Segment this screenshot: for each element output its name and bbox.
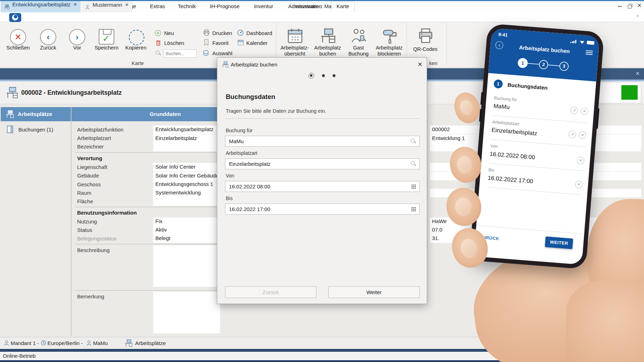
workplace-overview-button[interactable]: Arbeitsplatz- übersicht xyxy=(281,45,309,57)
selection-icon[interactable] xyxy=(203,50,209,56)
signal-icon xyxy=(570,40,577,43)
print-icon[interactable] xyxy=(203,29,210,36)
forward-button[interactable]: › xyxy=(69,29,85,45)
menu-technik[interactable]: Technik xyxy=(178,3,196,9)
tab-close-icon[interactable]: ✕ xyxy=(73,2,77,7)
sidebar-item-buchungen[interactable]: Buchungen (1) xyxy=(18,127,53,133)
book-workplace-icon[interactable] xyxy=(320,28,336,44)
section-divider xyxy=(75,152,217,153)
favorite-icon[interactable]: ★ xyxy=(203,39,209,46)
calendar-button[interactable]: Kalender xyxy=(246,40,268,46)
print-button[interactable]: Drucken xyxy=(212,30,232,36)
field-value[interactable]: Einzelarbeitsplatz xyxy=(153,134,220,143)
hamburger-menu-icon[interactable] xyxy=(586,50,593,56)
clear-icon[interactable]: ✕ xyxy=(575,181,583,189)
field-value[interactable]: Entwicklungsarbeitsplatz xyxy=(153,125,220,134)
field-value[interactable]: Solar Info Center Gebäude xyxy=(153,172,220,180)
phone-field-buchung-fuer[interactable]: Buchung für MaMu ↗ ✕ xyxy=(493,95,589,117)
von-input[interactable]: 16.02.2022 08:00 xyxy=(225,181,420,192)
search-icon[interactable] xyxy=(411,161,416,166)
dialog-stepper xyxy=(217,73,427,78)
bis-input[interactable]: 16.02.2022 17:00 xyxy=(225,204,420,215)
field-value[interactable]: Fix xyxy=(153,217,220,226)
arbeitsplatzart-input[interactable]: Einzelarbeitsplatz xyxy=(225,158,420,169)
workplace-overview-icon[interactable] xyxy=(287,28,303,44)
delete-button[interactable]: Löschen xyxy=(164,40,184,46)
search-input[interactable] xyxy=(163,49,197,58)
tab-mustermann[interactable]: Mustermann ✕ xyxy=(81,1,132,12)
menu-administration[interactable]: Administration xyxy=(288,3,322,9)
phone-field-von[interactable]: Von 16.02.2022 08:00 ✕ xyxy=(489,144,585,165)
phone-field-bis[interactable]: Bis 16.02.2022 17:00 ✕ xyxy=(488,168,583,189)
collapse-ribbon-icon[interactable]: ⌃ xyxy=(634,14,641,20)
beschreibung-textarea[interactable] xyxy=(153,245,220,287)
step-dot-active xyxy=(309,73,314,78)
qr-codes-button[interactable]: QR-Codes xyxy=(413,46,438,52)
field-label: Fläche xyxy=(77,198,93,204)
menu-ih-prognose[interactable]: IH-Prognose xyxy=(210,3,240,9)
clear-icon[interactable]: ✕ xyxy=(579,131,587,139)
ribbon-separator xyxy=(447,24,447,65)
bemerkung-textarea[interactable] xyxy=(153,292,220,333)
block-workplace-icon[interactable] xyxy=(381,28,398,44)
guest-booking-icon[interactable] xyxy=(351,28,367,44)
open-icon[interactable]: ↗ xyxy=(570,106,578,115)
dialog-title: Arbeitsplatz buchen xyxy=(231,62,277,68)
field-value[interactable]: Aktiv xyxy=(153,226,220,234)
field-value[interactable] xyxy=(153,197,220,206)
field-label: Bezeichner xyxy=(77,144,104,150)
tab-entwicklungsarbeitsplatz[interactable]: Entwicklungsarbeitsplatz ✕ xyxy=(1,1,81,12)
close-record-button[interactable]: ✕ xyxy=(10,29,26,45)
sidebar-header[interactable]: Arbeitsplätze xyxy=(1,107,71,121)
close-window-button[interactable]: ✕ xyxy=(636,3,643,8)
dashboard-icon[interactable] xyxy=(237,29,244,36)
field-value[interactable] xyxy=(153,143,220,151)
open-icon[interactable]: ↗ xyxy=(568,130,576,139)
datepicker-icon[interactable] xyxy=(411,207,416,211)
selection-button[interactable]: Auswahl xyxy=(212,50,232,56)
field-value[interactable]: Entwicklungsgeschoss 1 xyxy=(153,180,220,189)
delete-icon[interactable] xyxy=(155,40,161,46)
search-icon[interactable] xyxy=(411,139,416,144)
step-dot xyxy=(333,74,335,77)
section-divider xyxy=(75,290,217,291)
von-value: 16.02.2022 08:00 xyxy=(229,183,270,189)
dialog-next-button[interactable]: Weiter xyxy=(328,286,420,298)
application-window: waveware :: Mandant 1 ✕ FM Ressourcen CA… xyxy=(0,0,644,362)
field-value[interactable]: Solar Info Center xyxy=(153,163,220,171)
new-button[interactable]: Neu xyxy=(164,30,174,36)
buchung-fuer-input[interactable]: MaMu xyxy=(225,136,420,147)
app-logo-icon[interactable] xyxy=(9,13,21,22)
favorite-button[interactable]: Favorit xyxy=(212,40,229,46)
block-workplace-button[interactable]: Arbeitsplatz blockieren xyxy=(376,45,403,57)
guest-booking-button[interactable]: Gast Buchung xyxy=(348,45,368,57)
menu-extras[interactable]: Extras xyxy=(150,3,165,9)
copy-button[interactable] xyxy=(129,30,144,45)
phone-field-arbeitsplatzart[interactable]: Arbeitsplatzart Einzelarbeitsplatz ↗ ✕ xyxy=(491,119,587,141)
dashboard-button[interactable]: Dashboard xyxy=(246,30,272,36)
desk-icon xyxy=(125,339,133,347)
field-value[interactable]: Systementwicklung xyxy=(153,189,220,197)
clear-icon[interactable]: ✕ xyxy=(576,157,585,165)
qr-codes-icon[interactable] xyxy=(418,28,434,44)
minimize-button[interactable] xyxy=(616,3,623,9)
new-icon[interactable]: + xyxy=(155,30,161,36)
phone-next-button[interactable]: WEITER xyxy=(545,237,573,249)
tab-close-icon[interactable]: ✕ xyxy=(125,2,129,7)
dialog-close-icon[interactable]: ✕ xyxy=(418,61,422,68)
restore-button[interactable] xyxy=(626,3,633,9)
tabstrip-close-icon[interactable]: ✕ xyxy=(636,71,640,76)
calendar-icon[interactable] xyxy=(237,39,244,46)
menu-karte[interactable]: Karte xyxy=(331,1,355,12)
ribbon-group-label: Karte xyxy=(132,60,144,66)
status-timezone: Europe/Berlin - xyxy=(47,340,83,346)
dialog-back-button[interactable]: Zurück xyxy=(225,286,316,298)
back-button[interactable]: ‹ xyxy=(40,29,56,45)
clear-icon[interactable]: ✕ xyxy=(580,107,588,115)
datepicker-icon[interactable] xyxy=(411,184,416,189)
field-label: Gebäude xyxy=(77,173,99,179)
save-button[interactable] xyxy=(99,29,114,45)
book-workplace-button[interactable]: Arbeitsplatz buchen xyxy=(314,45,341,57)
field-value[interactable]: Belegt xyxy=(153,234,220,243)
menu-inventur[interactable]: Inventur xyxy=(254,3,273,9)
